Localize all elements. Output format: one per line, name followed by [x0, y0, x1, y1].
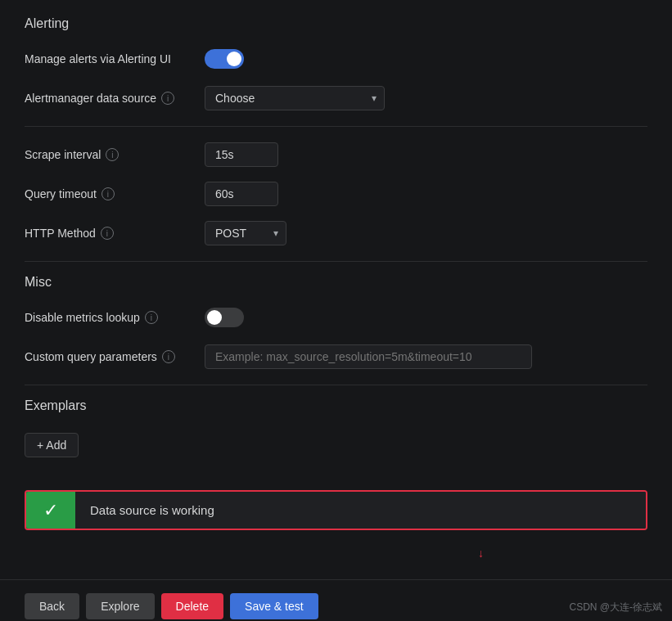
http-method-label-group: HTTP Method i — [25, 227, 205, 240]
misc-title: Misc — [25, 275, 647, 290]
http-method-select[interactable]: GET POST — [205, 221, 286, 245]
misc-section: Misc Disable metrics lookup i Custom que… — [25, 275, 647, 371]
status-message: Data source is working — [75, 492, 646, 529]
custom-query-input[interactable] — [205, 344, 532, 369]
delete-button[interactable]: Delete — [161, 593, 223, 619]
manage-alerts-label: Manage alerts via Alerting UI — [25, 52, 171, 65]
watermark: CSDN @大连-徐志斌 — [569, 601, 662, 614]
back-button[interactable]: Back — [25, 593, 79, 619]
http-method-row: HTTP Method i GET POST ▾ — [25, 218, 647, 248]
status-icon-block: ✓ — [26, 492, 75, 529]
http-method-select-wrapper: GET POST ▾ — [205, 221, 286, 245]
divider-2 — [25, 261, 647, 262]
alertmanager-select-wrapper: Choose ▾ — [205, 86, 385, 110]
manage-alerts-label-group: Manage alerts via Alerting UI — [25, 52, 205, 65]
query-timeout-label-group: Query timeout i — [25, 187, 205, 200]
check-icon: ✓ — [43, 500, 58, 521]
divider-1 — [25, 126, 647, 127]
explore-button[interactable]: Explore — [86, 593, 154, 619]
custom-query-info-icon[interactable]: i — [162, 350, 175, 363]
disable-metrics-info-icon[interactable]: i — [145, 311, 158, 324]
disable-metrics-label: Disable metrics lookup — [25, 311, 140, 324]
alertmanager-label: Alertmanager data source — [25, 92, 156, 105]
divider-3 — [25, 385, 647, 385]
save-test-button[interactable]: Save & test — [230, 593, 318, 619]
red-arrow-icon: ↓ — [478, 547, 484, 560]
http-method-label: HTTP Method — [25, 227, 96, 240]
scrape-interval-label: Scrape interval — [25, 148, 101, 161]
custom-query-row: Custom query parameters i — [25, 342, 647, 371]
disable-metrics-label-group: Disable metrics lookup i — [25, 311, 205, 324]
query-settings-section: Scrape interval i Query timeout i HTTP M… — [25, 140, 647, 248]
manage-alerts-row: Manage alerts via Alerting UI — [25, 44, 647, 74]
manage-alerts-toggle[interactable] — [205, 49, 244, 69]
alertmanager-select[interactable]: Choose — [205, 86, 385, 110]
add-exemplar-button[interactable]: + Add — [25, 433, 79, 457]
query-timeout-label: Query timeout — [25, 187, 97, 200]
scrape-interval-input[interactable] — [205, 142, 278, 167]
custom-query-label: Custom query parameters — [25, 350, 157, 363]
alerting-section: Alerting Manage alerts via Alerting UI A… — [25, 16, 647, 113]
http-method-info-icon[interactable]: i — [101, 227, 114, 240]
exemplars-section: Exemplars + Add — [25, 398, 647, 457]
status-banner: ✓ Data source is working — [25, 490, 647, 530]
query-timeout-input[interactable] — [205, 182, 278, 206]
scrape-interval-label-group: Scrape interval i — [25, 148, 205, 161]
disable-metrics-row: Disable metrics lookup i — [25, 303, 647, 332]
scrape-interval-info-icon[interactable]: i — [106, 148, 119, 161]
alertmanager-row: Alertmanager data source i Choose ▾ — [25, 83, 647, 113]
alerting-title: Alerting — [25, 16, 647, 31]
custom-query-label-group: Custom query parameters i — [25, 350, 205, 363]
query-timeout-info-icon[interactable]: i — [101, 187, 115, 200]
arrow-annotation: ↓ — [25, 547, 647, 579]
alertmanager-label-group: Alertmanager data source i — [25, 92, 205, 105]
exemplars-title: Exemplars — [25, 398, 647, 413]
scrape-interval-row: Scrape interval i — [25, 140, 647, 169]
disable-metrics-toggle[interactable] — [205, 308, 244, 327]
query-timeout-row: Query timeout i — [25, 179, 647, 209]
alertmanager-info-icon[interactable]: i — [161, 92, 174, 105]
